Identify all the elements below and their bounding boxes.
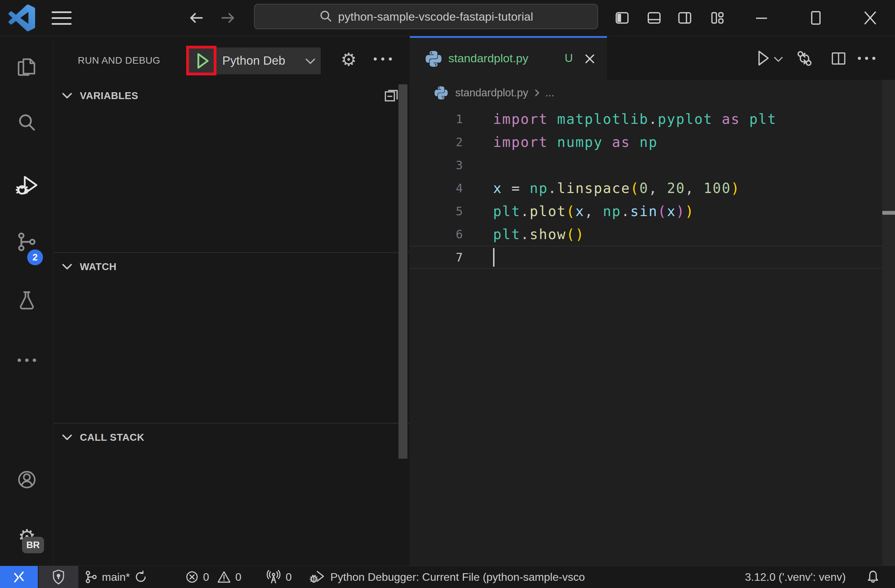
code-token: . — [621, 203, 630, 219]
editor-scrollbar[interactable] — [882, 80, 895, 566]
code-token: linspace — [557, 180, 630, 196]
problems-item[interactable]: 0 0 — [185, 566, 241, 588]
code-token — [603, 134, 612, 150]
section-divider — [54, 252, 410, 253]
code-lines: 1import matplotlib.pyplot as plt2import … — [410, 108, 895, 269]
customize-layout-icon[interactable] — [710, 10, 725, 26]
toggle-panel-icon[interactable] — [646, 10, 662, 26]
warnings-count: 0 — [235, 571, 241, 583]
back-arrow-icon[interactable] — [188, 9, 205, 26]
ports-count: 0 — [285, 571, 292, 583]
breadcrumb-symbol[interactable]: ... — [545, 87, 554, 99]
vscode-window: python-sample-vscode-fastapi-tutorial — [0, 0, 895, 588]
debug-settings-gear-icon[interactable]: ⚙ — [341, 48, 357, 71]
split-editor-icon[interactable] — [830, 51, 847, 67]
code-token: , — [649, 180, 667, 196]
search-icon — [319, 10, 333, 23]
search-sidebar-icon[interactable] — [16, 112, 38, 134]
text-cursor — [493, 248, 495, 267]
python-interpreter-item[interactable]: 3.12.0 ('.venv': venv) — [745, 566, 846, 588]
branch-item[interactable]: main* — [85, 566, 147, 588]
maximize-button[interactable] — [808, 10, 824, 26]
ports-item[interactable]: 0 — [265, 566, 292, 588]
code-token: , — [585, 203, 603, 219]
code-token — [548, 134, 557, 150]
debug-status-label: Python Debugger: Current File (python-sa… — [330, 571, 585, 583]
editor-more-actions-icon[interactable] — [858, 57, 875, 60]
run-python-file-icon[interactable] — [756, 50, 771, 67]
open-changes-icon[interactable] — [796, 50, 813, 67]
code-token — [630, 134, 640, 150]
minimize-button[interactable] — [754, 10, 769, 26]
code-token — [713, 111, 722, 127]
toggle-primary-sidebar-icon[interactable] — [614, 10, 630, 26]
source-control-badge: 2 — [27, 249, 43, 265]
code-text[interactable]: import numpy as np — [493, 134, 658, 150]
toggle-secondary-sidebar-icon[interactable] — [677, 10, 693, 26]
watch-section-header[interactable]: WATCH — [54, 255, 410, 278]
overview-ruler-cursor-marker — [882, 211, 895, 215]
run-and-debug-icon[interactable] — [16, 173, 38, 195]
more-views-icon[interactable] — [16, 349, 38, 371]
tab-close-icon[interactable] — [584, 53, 596, 65]
code-token: ) — [685, 203, 695, 219]
code-line[interactable]: 7 — [410, 246, 895, 269]
breadcrumb-file[interactable]: standardplot.py — [455, 87, 528, 99]
title-bar: python-sample-vscode-fastapi-tutorial — [0, 0, 895, 36]
collapse-all-icon[interactable] — [383, 87, 399, 103]
code-token: plt — [493, 226, 520, 242]
run-dropdown-chevron-icon[interactable] — [773, 56, 784, 63]
workspace-trust-item[interactable] — [38, 566, 79, 588]
profile-badge[interactable]: BR — [22, 537, 44, 553]
sidebar-scrollbar[interactable] — [399, 84, 407, 459]
explorer-icon[interactable] — [16, 56, 38, 79]
code-token: x — [493, 180, 502, 196]
editor-group: standardplot.py U — [410, 36, 895, 566]
code-token: ) — [731, 180, 740, 196]
code-token: ) — [575, 226, 585, 242]
code-line[interactable]: 4x = np.linspace(0, 20, 100) — [410, 176, 895, 200]
variables-section-header[interactable]: VARIABLES — [54, 84, 410, 107]
code-token: ( — [566, 203, 576, 219]
code-token: x — [667, 203, 676, 219]
code-text[interactable]: plt.plot(x, np.sin(x)) — [493, 203, 695, 219]
code-line[interactable]: 1import matplotlib.pyplot as plt — [410, 108, 895, 130]
tab-standardplot[interactable]: standardplot.py U — [410, 36, 607, 80]
remote-icon — [11, 569, 26, 585]
run-and-debug-sidebar: RUN AND DEBUG Python Deb ⚙ VARIABLES — [54, 36, 410, 566]
debug-more-actions-icon[interactable] — [374, 58, 392, 61]
code-token: np — [603, 203, 621, 219]
code-line[interactable]: 2import numpy as np — [410, 130, 895, 153]
code-text[interactable]: import matplotlib.pyplot as plt — [493, 111, 777, 127]
code-text[interactable]: x = np.linspace(0, 20, 100) — [493, 180, 740, 196]
menu-icon[interactable] — [52, 11, 71, 25]
account-icon[interactable] — [16, 468, 38, 491]
code-token: matplotlib — [557, 111, 649, 127]
code-text[interactable] — [493, 248, 495, 267]
tab-label: standardplot.py — [448, 52, 528, 65]
breadcrumb[interactable]: standardplot.py ... — [410, 80, 895, 106]
call-stack-section-header[interactable]: CALL STACK — [54, 426, 410, 449]
testing-icon[interactable] — [16, 289, 38, 311]
debug-alt-icon — [310, 570, 326, 585]
code-text[interactable]: plt.show() — [493, 226, 585, 242]
chevron-down-icon — [305, 58, 316, 65]
code-token: . — [548, 180, 557, 196]
debug-status-item[interactable]: Python Debugger: Current File (python-sa… — [310, 566, 656, 588]
python-file-icon — [435, 86, 448, 99]
editor-toolbar — [751, 36, 895, 80]
code-token: ) — [676, 203, 686, 219]
line-number: 1 — [410, 112, 463, 126]
code-line[interactable]: 6plt.show() — [410, 223, 895, 246]
notifications-item[interactable] — [866, 566, 880, 588]
command-center-search[interactable]: python-sample-vscode-fastapi-tutorial — [254, 4, 598, 29]
code-token: import — [493, 134, 548, 150]
line-number: 2 — [410, 135, 463, 149]
line-number: 5 — [410, 205, 463, 218]
remote-indicator[interactable] — [0, 566, 38, 588]
code-line[interactable]: 3 — [410, 153, 895, 176]
forward-arrow-icon[interactable] — [220, 9, 237, 26]
code-line[interactable]: 5plt.plot(x, np.sin(x)) — [410, 200, 895, 223]
close-window-button[interactable] — [862, 10, 878, 26]
annotation-highlight-box — [186, 46, 217, 75]
